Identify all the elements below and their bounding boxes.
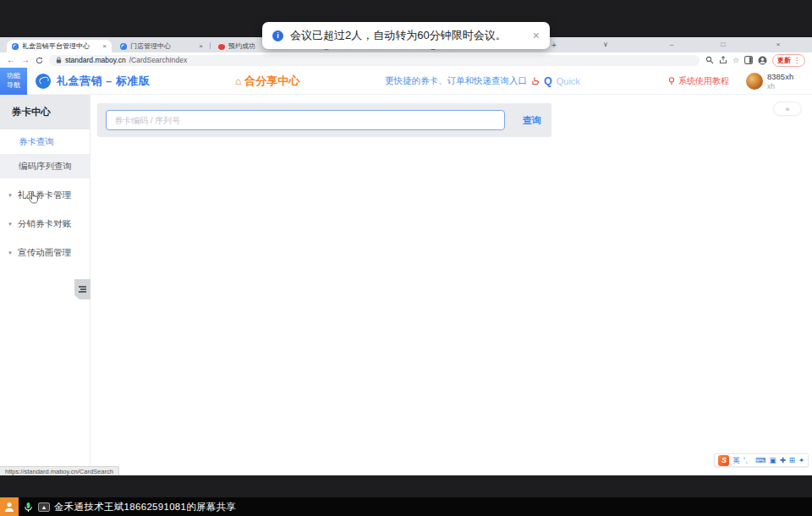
kebab-menu-icon[interactable]: ⋮ bbox=[793, 57, 800, 64]
sogou-logo-icon[interactable]: S bbox=[718, 455, 729, 466]
sharer-avatar-icon bbox=[0, 497, 19, 516]
microphone-icon bbox=[24, 502, 33, 513]
window-maximize-button[interactable]: □ bbox=[715, 39, 732, 51]
ime-punctuation-icon[interactable]: ’、 bbox=[743, 457, 752, 464]
tab-title: 预约成功 bbox=[228, 41, 255, 51]
window-close-button[interactable]: × bbox=[770, 39, 787, 51]
tutorial-link[interactable]: 系统使用教程 bbox=[668, 68, 729, 95]
ime-clipboard-icon[interactable]: ▣ bbox=[770, 457, 776, 464]
sidebar-group-label: 分销券卡对账 bbox=[18, 218, 71, 230]
user-subname: xh bbox=[767, 82, 793, 91]
tab-close-icon[interactable]: × bbox=[102, 42, 107, 50]
tab-search-chevron-icon[interactable]: ∨ bbox=[597, 39, 614, 51]
forward-button[interactable]: → bbox=[21, 56, 30, 64]
info-icon: i bbox=[272, 30, 283, 41]
quick-search-q-icon: Q bbox=[544, 75, 552, 87]
ime-lang-icon[interactable]: 英 bbox=[732, 457, 740, 464]
card-code-input[interactable] bbox=[106, 110, 505, 130]
card-search-panel: 查询 bbox=[97, 103, 551, 137]
address-bar: ← → standard.maboy.cn/CardSearchIndex ☆ bbox=[0, 52, 812, 68]
share-center-label: 合分享中心 bbox=[244, 74, 299, 89]
meeting-toast: i 会议已超过2人，自动转为60分钟限时会议。 × bbox=[262, 22, 550, 49]
tab-store-admin[interactable]: 门店管理中心 × bbox=[115, 40, 208, 52]
tab-gift-admin[interactable]: 礼盒营销平台管理中心 × bbox=[7, 40, 112, 52]
toast-close-icon[interactable]: × bbox=[533, 30, 540, 41]
sidebar-group-label: 宣传动画管理 bbox=[18, 247, 71, 259]
url-omnibox[interactable]: standard.maboy.cn/CardSearchIndex bbox=[49, 55, 700, 66]
user-account[interactable]: 8385xh xh bbox=[746, 68, 793, 95]
pointing-hand-icon bbox=[531, 77, 540, 85]
triangle-down-icon: ▼ bbox=[8, 222, 13, 227]
tab-separator bbox=[210, 42, 211, 49]
sidebar-item-code-sequence-search[interactable]: 编码序列查询 bbox=[0, 154, 90, 178]
reload-button[interactable] bbox=[36, 57, 43, 64]
window-minimize-button[interactable]: – bbox=[663, 39, 680, 51]
side-panel-icon[interactable] bbox=[744, 56, 753, 64]
sidebar-group-promo-animation[interactable]: ▼ 宣传动画管理 bbox=[0, 241, 90, 265]
tab-favicon-blue-icon bbox=[12, 43, 19, 50]
tutorial-label: 系统使用教程 bbox=[678, 75, 729, 87]
address-bar-actions: ☆ 更新 ⋮ bbox=[705, 54, 805, 67]
menu-lines-icon bbox=[79, 285, 86, 294]
ime-toolbox-icon[interactable]: ✦ bbox=[798, 457, 804, 464]
share-icon[interactable] bbox=[719, 56, 727, 64]
url-host: standard.maboy.cn bbox=[65, 56, 126, 64]
screen-share-text: 金禾通技术王斌18662591081的屏幕共享 bbox=[54, 501, 236, 513]
brand: 礼盒营销 – 标准版 bbox=[36, 68, 150, 95]
brand-title: 礼盒营销 – 标准版 bbox=[57, 74, 150, 89]
sidebar: 券卡中心 券卡查询 编码序列查询 ▼ 礼品券卡管理 ▼ 分销券卡对账 ▼ 宣传动… bbox=[0, 95, 91, 475]
share-center-link[interactable]: ⌂ 合分享中心 bbox=[235, 68, 299, 95]
quick-label: Quick bbox=[557, 76, 580, 86]
tab-close-icon[interactable]: × bbox=[199, 42, 203, 50]
tab-title: 门店管理中心 bbox=[130, 41, 171, 51]
sogou-ime-toolbar[interactable]: S 英 ’、 ⌨ ▣ ✚ ⊞ ✦ bbox=[714, 453, 809, 467]
sidebar-collapse-handle[interactable] bbox=[74, 279, 91, 299]
ime-medical-icon[interactable]: ✚ bbox=[780, 457, 786, 464]
screen-share-bar: ▲ 金禾通技术王斌18662591081的屏幕共享 bbox=[0, 497, 812, 516]
profile-avatar-icon[interactable] bbox=[758, 56, 767, 65]
app-header: 功能 导航 礼盒营销 – 标准版 ⌂ 合分享中心 更快捷的券卡、订单和快递查询入… bbox=[0, 68, 812, 95]
new-tab-button[interactable]: + bbox=[551, 41, 557, 50]
sidebar-item-card-search[interactable]: 券卡查询 bbox=[0, 129, 90, 154]
ime-grid-icon[interactable]: ⊞ bbox=[789, 457, 795, 464]
link-preview-status: https://standard.maboy.cn/CardSearch bbox=[0, 466, 119, 475]
screen-share-icon: ▲ bbox=[38, 502, 50, 512]
app-body: 券卡中心 券卡查询 编码序列查询 ▼ 礼品券卡管理 ▼ 分销券卡对账 ▼ 宣传动… bbox=[0, 95, 812, 475]
triangle-down-icon: ▼ bbox=[8, 193, 13, 198]
back-button[interactable]: ← bbox=[7, 56, 15, 64]
nav-toggle-line2: 导航 bbox=[7, 81, 20, 91]
search-button[interactable]: 查询 bbox=[523, 114, 541, 127]
sidebar-group-distribution-reconcile[interactable]: ▼ 分销券卡对账 bbox=[0, 212, 90, 236]
padlock-icon bbox=[56, 57, 62, 63]
tab-favicon-red-icon bbox=[218, 43, 225, 50]
warehouse-icon: ⌂ bbox=[235, 75, 241, 87]
browser-window: 礼盒营销平台管理中心 × 门店管理中心 × 预约成功 × + ∨ – □ × bbox=[0, 37, 812, 475]
triangle-down-icon: ▼ bbox=[8, 250, 13, 255]
quick-entry-text: 更快捷的券卡、订单和快递查询入口 bbox=[385, 75, 527, 87]
nav-toggle-line1: 功能 bbox=[7, 72, 20, 81]
function-nav-toggle[interactable]: 功能 导航 bbox=[0, 68, 27, 95]
user-avatar bbox=[746, 73, 763, 90]
main-content: 查询 » S 英 ’、 ⌨ ▣ ✚ ⊞ ✦ bbox=[91, 95, 812, 475]
update-label: 更新 bbox=[777, 56, 791, 65]
sidebar-group-gift-card-admin[interactable]: ▼ 礼品券卡管理 bbox=[0, 184, 90, 207]
panel-collapse-button[interactable]: » bbox=[773, 102, 802, 116]
ime-keyboard-icon[interactable]: ⌨ bbox=[755, 457, 765, 464]
tab-title: 礼盒营销平台管理中心 bbox=[22, 41, 90, 51]
bookmark-star-icon[interactable]: ☆ bbox=[732, 57, 739, 64]
zoom-search-icon[interactable] bbox=[705, 56, 714, 64]
url-path: /CardSearchIndex bbox=[129, 56, 188, 64]
brand-logo-icon bbox=[36, 74, 51, 89]
username: 8385xh bbox=[767, 72, 793, 81]
quick-entry[interactable]: 更快捷的券卡、订单和快递查询入口 Q Quick bbox=[385, 68, 580, 95]
location-pin-icon bbox=[668, 77, 675, 85]
sidebar-section-title: 券卡中心 bbox=[0, 95, 90, 129]
tab-favicon-blue-icon bbox=[120, 43, 127, 50]
sidebar-group-label: 礼品券卡管理 bbox=[18, 189, 71, 201]
toast-message: 会议已超过2人，自动转为60分钟限时会议。 bbox=[290, 28, 507, 43]
hand-cursor-icon bbox=[28, 191, 39, 204]
chrome-update-button[interactable]: 更新 ⋮ bbox=[772, 54, 805, 67]
